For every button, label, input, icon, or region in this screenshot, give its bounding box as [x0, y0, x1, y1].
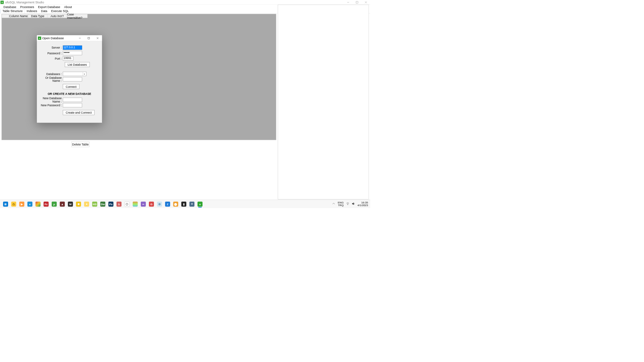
new-password-label: New Password :	[37, 104, 63, 107]
open-database-dialog: u Open Database Server : 127.0.0.1 Pa	[37, 35, 102, 123]
table-header-rowselector[interactable]	[2, 14, 9, 18]
databases-label: Databases :	[37, 72, 63, 75]
table-header-data-type[interactable]: Data Type	[28, 14, 48, 18]
right-panel	[278, 5, 369, 199]
dialog-title: Open Database	[42, 36, 64, 40]
app-icon: u	[1, 1, 4, 4]
table-header-row: Column Name Data Type Auto Incr? Case In…	[2, 14, 88, 18]
tab-indexes[interactable]: Indexes	[25, 9, 39, 13]
taskbar-chrome-icon[interactable]	[34, 200, 42, 208]
dialog-titlebar[interactable]: u Open Database	[37, 35, 102, 41]
svg-rect-5	[88, 37, 90, 39]
systray-clock[interactable]: 16:35 4/1/2023	[358, 201, 368, 207]
taskbar-explorer-icon[interactable]: 🗀	[10, 200, 17, 208]
taskbar-media-player-icon[interactable]: ▶	[18, 200, 25, 208]
app-title: ufoSQL Management Studio	[5, 0, 44, 4]
svg-rect-1	[356, 1, 358, 3]
taskbar-app-8-icon[interactable]: ▲	[59, 200, 66, 208]
taskbar-app-11-icon[interactable]: ✦	[83, 200, 90, 208]
taskbar-utorrent-icon[interactable]: μ	[51, 200, 58, 208]
new-password-input[interactable]	[63, 103, 82, 108]
new-database-name-input[interactable]	[63, 98, 82, 102]
systray-wifi-icon[interactable]	[346, 202, 349, 206]
port-label: Port :	[37, 57, 63, 60]
taskbar-dreamweaver-icon[interactable]: Dw	[99, 200, 107, 208]
menu-export-database[interactable]: Export Database	[36, 5, 62, 9]
password-label: Password :	[37, 51, 63, 55]
taskbar-calculator-icon[interactable]: ⌗	[188, 200, 196, 208]
delete-table-button[interactable]: Delete Table	[71, 142, 90, 147]
dialog-maximize-button[interactable]	[84, 35, 93, 41]
password-input[interactable]: ••••••	[63, 51, 82, 55]
create-database-heading: OR CREATE A NEW DATABASE	[37, 92, 102, 96]
systray-date: 4/1/2023	[358, 204, 368, 207]
taskbar-start-icon[interactable]: ⊞	[2, 200, 9, 208]
server-input[interactable]: 127.0.0.1	[63, 46, 82, 50]
server-label: Server :	[37, 46, 63, 49]
taskbar: ⊞ 🗀 ▶ e Fz μ ▲ M ✱ ✦ HS Dw Ps ♨ ⬡ ∞ G ⚙ …	[0, 200, 370, 208]
systray-language[interactable]: ENG TRQ	[338, 201, 343, 207]
taskbar-edge-icon[interactable]: e	[26, 200, 34, 208]
taskbar-heidisql-icon[interactable]: HS	[91, 200, 98, 208]
taskbar-app-22-icon[interactable]: ⬤	[172, 200, 179, 208]
or-database-name-label: Or Database Name :	[37, 76, 63, 83]
taskbar-app-21-icon[interactable]: Z	[164, 200, 171, 208]
connect-button[interactable]: Connect	[63, 84, 79, 89]
systray-volume-icon[interactable]	[352, 202, 355, 206]
taskbar-app-16-icon[interactable]: ⬡	[123, 200, 131, 208]
taskbar-app-9-icon[interactable]: M	[67, 200, 74, 208]
taskbar-app-17-icon[interactable]	[131, 200, 139, 208]
new-database-name-label: New Database Name :	[37, 97, 63, 103]
svg-point-8	[347, 204, 348, 204]
list-databases-button[interactable]: List Databases	[65, 62, 90, 67]
window-maximize-button[interactable]	[353, 0, 361, 5]
menu-about[interactable]: About	[62, 5, 74, 9]
taskbar-app-10-icon[interactable]: ✱	[75, 200, 82, 208]
table-header-column-name[interactable]: Column Name	[9, 14, 28, 18]
or-database-name-input[interactable]	[63, 77, 82, 81]
table-header-auto-incr[interactable]: Auto Incr?	[47, 14, 67, 18]
systray-lang2: TRQ	[338, 204, 343, 207]
dialog-app-icon: u	[38, 37, 41, 40]
taskbar-ufosql-icon[interactable]: u	[196, 200, 204, 208]
app-titlebar: u ufoSQL Management Studio	[0, 0, 370, 5]
tab-table-structure[interactable]: Table Structure	[0, 9, 25, 13]
taskbar-terminal-icon[interactable]: ▮	[180, 200, 187, 208]
window-minimize-button[interactable]	[344, 0, 353, 5]
tab-data[interactable]: Data	[39, 9, 49, 13]
systray-chevron-up-icon[interactable]	[332, 202, 335, 206]
dialog-close-button[interactable]	[93, 35, 102, 41]
databases-combo[interactable]: ▾	[63, 72, 86, 76]
window-close-button[interactable]	[362, 0, 370, 5]
menu-database[interactable]: Database	[2, 5, 18, 9]
create-and-connect-button[interactable]: Create and Connect	[63, 110, 94, 115]
taskbar-app-19-icon[interactable]: G	[148, 200, 155, 208]
svg-marker-9	[352, 202, 354, 204]
taskbar-app-20-icon[interactable]: ⚙	[156, 200, 163, 208]
taskbar-visual-studio-icon[interactable]: ∞	[140, 200, 147, 208]
menu-processes[interactable]: Processes	[18, 5, 36, 9]
port-input[interactable]: 19991	[63, 56, 73, 61]
chevron-down-icon: ▾	[83, 72, 86, 76]
table-header-case-insensitive[interactable]: Case Insensitive?	[67, 14, 88, 18]
taskbar-filezilla-icon[interactable]: Fz	[43, 200, 50, 208]
dialog-minimize-button[interactable]	[75, 35, 84, 41]
taskbar-app-15-icon[interactable]: ♨	[115, 200, 123, 208]
taskbar-photoshop-icon[interactable]: Ps	[107, 200, 115, 208]
